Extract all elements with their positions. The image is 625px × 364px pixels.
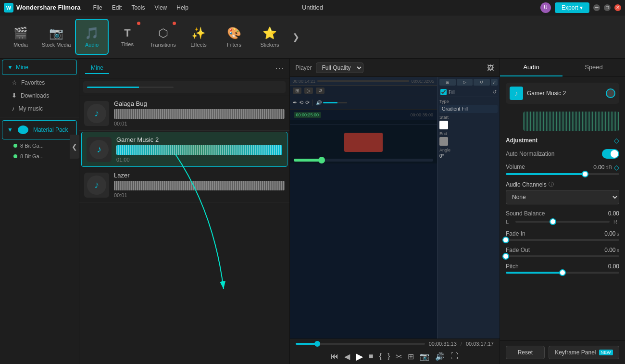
step-back-button[interactable]: ◀ [344,352,350,361]
balance-track[interactable] [515,221,610,223]
fullscreen-button[interactable]: ⛶ [450,352,458,361]
tab-audio[interactable]: Audio [500,59,562,76]
preview-topbar: Player Full Quality 🖼 [290,59,500,77]
preview-right-controls: 🖼 [487,64,494,72]
vid-sidebar-btn-1[interactable]: ⊞ [439,79,456,86]
vid-sidebar-btn-3[interactable]: ↺ [474,79,490,86]
volume-value: 0.00 [593,164,604,171]
galaga-duration: 00:01 [114,121,285,126]
type-section: Type Gradient Fill [439,99,498,113]
menu-file[interactable]: File [88,0,107,15]
vid-nav-btn-3[interactable]: ↺ [316,88,325,94]
end-color-swatch[interactable] [439,137,448,146]
tool-stock[interactable]: 📷 Stock Media [39,19,73,55]
sidebar-item-favorites[interactable]: ☆ Favorites [0,76,79,89]
angle-row: 0° [439,153,498,159]
export-button[interactable]: media Export ▾ [555,2,589,13]
pitch-track[interactable] [506,272,619,274]
volume-slider[interactable] [323,102,347,103]
audio-more-button[interactable]: ⋯ [275,63,284,74]
auto-norm-label: Auto Normalization [506,151,554,157]
split-button[interactable]: ⊞ [408,352,414,361]
toolbar-more-button[interactable]: ❯ [288,32,303,42]
vid-edit-btn-1[interactable]: ✒ [293,100,297,106]
channels-select[interactable]: None [506,190,619,204]
tool-media[interactable]: 🎬 Media [4,19,38,55]
stickers-icon: ⭐ [262,26,277,40]
vid-progress-bar[interactable] [294,159,434,162]
vid-sidebar-btn-2[interactable]: ▷ [457,79,473,86]
progress-bar[interactable] [296,343,425,345]
volume-slider-thumb [582,171,588,177]
volume-diamond-btn[interactable]: ◇ [614,163,619,171]
vid-sidebar-btn-4[interactable]: ↙ [491,79,498,86]
quality-select[interactable]: Full Quality [316,63,363,73]
galaga-music-icon: ♪ [94,108,99,119]
menu-edit[interactable]: Edit [107,0,127,15]
sidebar-item-my-music[interactable]: ♪ My music [0,102,79,115]
fade-in-track[interactable] [506,239,619,241]
tool-filters[interactable]: 🎨 Filters [217,19,251,55]
tool-stock-label: Stock Media [42,42,71,48]
minimize-button[interactable]: ─ [593,4,600,11]
bottom-buttons: Reset Keyframe Panel NEW [500,340,625,364]
skip-back-button[interactable]: ⏮ [331,352,338,361]
tool-audio-wrap: 🎵 Audio [75,19,109,55]
menu-tools[interactable]: Tools [126,0,150,15]
vid-nav-btn-2[interactable]: ▷ [304,88,313,94]
reset-button[interactable]: Reset [506,346,545,359]
adjustment-diamond-btn[interactable]: ◇ [614,137,619,144]
vid-edit-btn-3[interactable]: ⟳ [305,100,310,106]
audio-item-lazer[interactable]: ♪ Lazer 00:01 [79,168,289,202]
tab-speed[interactable]: Speed [562,59,625,76]
current-time: 00:00:31:13 [429,341,457,347]
keyframe-panel-button[interactable]: Keyframe Panel NEW [549,346,619,359]
vid-sidebar-controls: ⊞ ▷ ↺ ↙ [439,79,498,86]
mine-chevron-icon: ▼ [7,64,13,71]
vid-edit-btn-2[interactable]: ⟲ [299,100,303,106]
audio-tab-mine[interactable]: Mine [85,63,109,74]
maximize-button[interactable]: □ [604,4,611,11]
start-label: Start [439,115,498,120]
volume-button[interactable]: 🔊 [435,352,445,361]
logo-icon: W [4,3,13,13]
start-color-swatch[interactable] [439,121,448,129]
left-panel-collapse-button[interactable]: ❮ [70,135,79,159]
sidebar-subitem-8bit-2[interactable]: 8 Bit Ga... [0,151,79,162]
vid-center-content [290,128,438,157]
fill-checkbox[interactable] [440,89,447,95]
favorites-label: Favorites [21,79,45,86]
audio-item-gamer-music[interactable]: ♪ Gamer Music 2 01:00 [81,132,288,167]
avatar[interactable]: U [540,2,551,13]
square-button[interactable]: ■ [369,352,374,361]
close-button[interactable]: ✕ [614,4,621,11]
volume-slider-track[interactable] [506,173,619,175]
preview-screenshot-button[interactable]: 🖼 [487,64,494,72]
audio-item-galaga[interactable]: ♪ Galaga Bug 00:01 [79,96,289,131]
mark-in-button[interactable]: { [379,352,382,361]
fill-refresh-btn[interactable]: ↺ [492,89,497,95]
clip-button[interactable]: ✂ [396,352,402,361]
info-icon[interactable]: ⓘ [549,181,554,188]
sidebar-item-material-pack[interactable]: ▼ Material Pack [2,120,77,139]
play-button[interactable]: ▶ [356,351,363,362]
fade-out-track[interactable] [506,255,619,257]
mark-out-button[interactable]: } [388,352,390,361]
menu-view[interactable]: View [150,0,172,15]
sidebar-subitem-8bit-1[interactable]: 8 Bit Ga... [0,140,79,151]
tool-effects[interactable]: ✨ Effects [182,19,215,55]
vid-nav-btn-1[interactable]: ⊞ [293,88,301,94]
auto-norm-toggle[interactable] [602,149,619,159]
sidebar-item-mine[interactable]: ▼ Mine [2,60,77,75]
snapshot-button[interactable]: 📷 [420,352,429,361]
app-name: Wondershare Filmora [16,4,80,11]
tool-stickers[interactable]: ⭐ Stickers [253,19,287,55]
auto-norm-row: Auto Normalization [506,149,619,159]
fade-in-row: Fade In 0.00 s [506,230,619,241]
volume-knob[interactable] [606,88,615,98]
sidebar-item-downloads[interactable]: ⬇ Downloads [0,89,79,102]
effects-icon: ✨ [191,26,206,40]
pitch-label-row: Pitch 0.00 [506,263,619,270]
tool-audio[interactable]: 🎵 Audio [75,19,109,55]
menu-help[interactable]: Help [172,0,193,15]
